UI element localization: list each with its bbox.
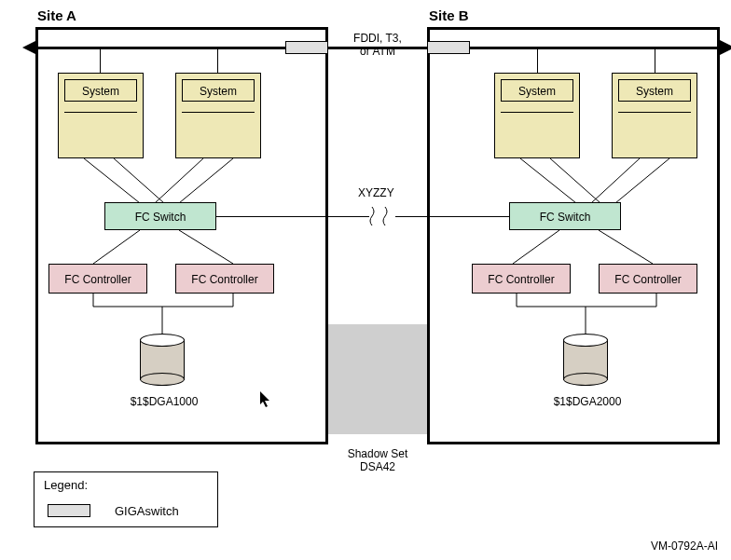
- connector: [655, 49, 655, 73]
- svg-line-4: [520, 158, 576, 203]
- figure-id: VM-0792A-AI: [651, 540, 718, 553]
- svg-line-9: [179, 230, 233, 264]
- system-box: System: [494, 73, 580, 158]
- link-break-icon: [369, 207, 382, 225]
- legend-gigaswitch-icon: [48, 504, 90, 517]
- system-box: System: [58, 73, 144, 158]
- system-box: System: [175, 73, 261, 158]
- svg-line-10: [513, 230, 559, 264]
- fc-controller: FC Controller: [175, 264, 274, 294]
- svg-line-8: [93, 230, 140, 264]
- svg-line-6: [591, 158, 640, 203]
- interlink-label: XYZZY: [358, 186, 394, 199]
- disk-icon: [563, 334, 608, 386]
- site-b-label: Site B: [429, 7, 469, 23]
- shadow-label-line1: Shadow Set: [348, 447, 408, 460]
- svg-line-5: [550, 158, 600, 203]
- shadow-set-label: Shadow Set DSA42: [328, 447, 427, 473]
- svg-line-11: [599, 230, 653, 264]
- disk-a-label: $1$DGA1000: [117, 395, 211, 408]
- legend-box: Legend: GIGAswitch: [34, 471, 218, 527]
- system-box: System: [612, 73, 697, 158]
- connector: [56, 158, 263, 205]
- connector: [56, 230, 280, 266]
- divider: [182, 112, 255, 113]
- divider: [501, 112, 573, 113]
- disk-icon: [140, 334, 185, 386]
- network-label-line2: or ATM: [360, 45, 395, 58]
- divider: [618, 112, 691, 113]
- fc-controller: FC Controller: [472, 264, 571, 294]
- network-label: FDDI, T3, or ATM: [328, 32, 427, 58]
- svg-line-2: [155, 158, 203, 203]
- system-label: System: [64, 79, 137, 102]
- shadow-label-line2: DSA42: [360, 460, 395, 473]
- interlink-line: [216, 216, 509, 217]
- site-a-label: Site A: [37, 7, 76, 23]
- fc-controller: FC Controller: [599, 264, 697, 294]
- legend-title: Legend:: [44, 478, 88, 492]
- connector: [476, 230, 699, 266]
- connector: [217, 49, 218, 73]
- connector: [537, 49, 538, 73]
- fc-controller: FC Controller: [48, 264, 147, 294]
- system-label: System: [182, 79, 255, 102]
- gigaswitch-icon: [285, 41, 328, 54]
- gigaswitch-icon: [427, 41, 470, 54]
- legend-item-label: GIGAswitch: [115, 504, 179, 518]
- fc-switch: FC Switch: [104, 202, 216, 230]
- system-label: System: [501, 79, 573, 102]
- system-label: System: [618, 79, 691, 102]
- connector: [100, 49, 101, 73]
- divider: [64, 112, 137, 113]
- connector: [492, 158, 699, 205]
- svg-line-0: [84, 158, 140, 203]
- bus-arrow-right-icon: [720, 40, 731, 55]
- svg-line-7: [615, 158, 669, 203]
- mouse-cursor-icon: [260, 391, 271, 408]
- bus-arrow-left-icon: [22, 40, 37, 55]
- link-break-icon: [382, 207, 395, 225]
- svg-line-1: [114, 158, 164, 203]
- disk-b-label: $1$DGA2000: [541, 395, 634, 408]
- svg-line-3: [179, 158, 233, 203]
- fc-switch: FC Switch: [509, 202, 621, 230]
- network-label-line1: FDDI, T3,: [353, 32, 402, 45]
